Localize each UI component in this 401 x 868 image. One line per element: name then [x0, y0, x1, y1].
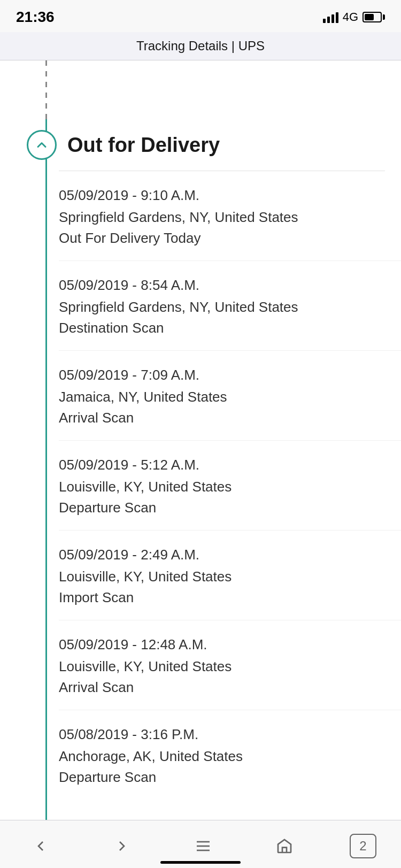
event-location-4: Louisville, KY, United States [59, 479, 385, 495]
list-item: 05/09/2019 - 2:49 A.M. Louisville, KY, U… [59, 531, 401, 620]
home-button[interactable] [268, 833, 300, 859]
delivery-header: Out for Delivery [0, 119, 401, 171]
list-item: 05/09/2019 - 12:48 A.M. Louisville, KY, … [59, 620, 401, 710]
timeline-top-dashed [0, 60, 401, 119]
event-location-1: Springfield Gardens, NY, United States [59, 209, 385, 226]
event-datetime-6: 05/09/2019 - 12:48 A.M. [59, 636, 385, 653]
event-datetime-3: 05/09/2019 - 7:09 A.M. [59, 367, 385, 383]
list-item: 05/09/2019 - 9:10 A.M. Springfield Garde… [59, 171, 401, 261]
timeline-solid-line [45, 119, 47, 821]
list-item: 05/09/2019 - 7:09 A.M. Jamaica, NY, Unit… [59, 351, 401, 441]
forward-button[interactable] [106, 833, 138, 859]
status-time: 21:36 [16, 9, 55, 26]
event-status-2: Destination Scan [59, 320, 385, 336]
event-location-3: Jamaica, NY, United States [59, 389, 385, 405]
status-icons: 4G [323, 10, 385, 24]
event-datetime-5: 05/09/2019 - 2:49 A.M. [59, 547, 385, 563]
event-location-6: Louisville, KY, United States [59, 658, 385, 675]
list-item: 05/09/2019 - 8:54 A.M. Springfield Garde… [59, 261, 401, 351]
status-bar: 21:36 4G [0, 0, 401, 32]
network-label: 4G [343, 10, 358, 24]
event-status-7: Departure Scan [59, 769, 385, 786]
event-status-4: Departure Scan [59, 500, 385, 516]
dashed-line [45, 60, 47, 125]
tracking-timeline: Out for Delivery 05/09/2019 - 9:10 A.M. … [0, 60, 401, 821]
list-item: 05/09/2019 - 5:12 A.M. Louisville, KY, U… [59, 441, 401, 531]
event-datetime-1: 05/09/2019 - 9:10 A.M. [59, 187, 385, 204]
event-location-2: Springfield Gardens, NY, United States [59, 299, 385, 316]
event-status-1: Out For Delivery Today [59, 230, 385, 247]
back-button[interactable] [25, 833, 57, 859]
delivery-status-icon [27, 130, 57, 160]
event-location-5: Louisville, KY, United States [59, 569, 385, 585]
tabs-button[interactable]: 2 [350, 834, 376, 858]
page-title: Tracking Details | UPS [136, 39, 265, 53]
battery-icon [363, 12, 385, 22]
event-status-6: Arrival Scan [59, 679, 385, 696]
event-datetime-2: 05/09/2019 - 8:54 A.M. [59, 277, 385, 294]
events-container: 05/09/2019 - 9:10 A.M. Springfield Garde… [0, 171, 401, 800]
event-datetime-4: 05/09/2019 - 5:12 A.M. [59, 457, 385, 473]
event-datetime-7: 05/08/2019 - 3:16 P.M. [59, 726, 385, 743]
event-location-7: Anchorage, AK, United States [59, 748, 385, 765]
home-indicator [160, 861, 241, 864]
browser-nav-bar: Tracking Details | UPS [0, 32, 401, 60]
main-content: Out for Delivery 05/09/2019 - 9:10 A.M. … [0, 60, 401, 868]
event-status-5: Import Scan [59, 589, 385, 606]
list-item: 05/08/2019 - 3:16 P.M. Anchorage, AK, Un… [59, 710, 401, 800]
event-status-3: Arrival Scan [59, 410, 385, 426]
menu-button[interactable] [187, 833, 219, 859]
signal-icon [323, 11, 338, 23]
delivery-title: Out for Delivery [67, 134, 220, 157]
